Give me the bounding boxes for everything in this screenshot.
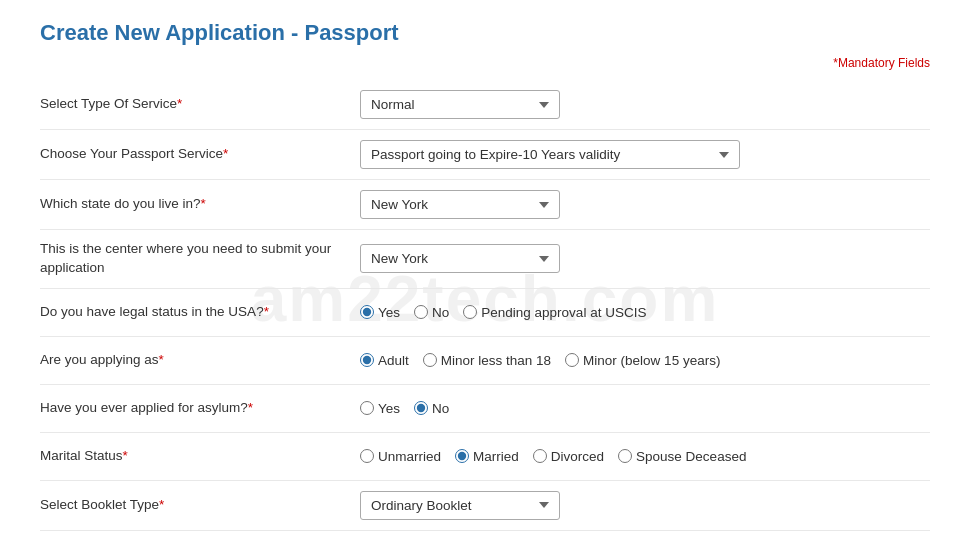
booklet-type-label: Select Booklet Type* [40, 496, 360, 515]
legal-status-label: Do you have legal status in the USA?* [40, 303, 360, 322]
applying-as-minor18[interactable]: Minor less than 18 [423, 353, 551, 368]
service-type-label: Select Type Of Service* [40, 95, 360, 114]
marital-unmarried[interactable]: Unmarried [360, 449, 441, 464]
marital-divorced[interactable]: Divorced [533, 449, 604, 464]
passport-service-control: Passport going to Expire-10 Years validi… [360, 140, 930, 169]
applying-as-minor15[interactable]: Minor (below 15 years) [565, 353, 720, 368]
marital-status-radio-group: Unmarried Married Divorced Spouse Deceas… [360, 449, 746, 464]
center-row: This is the center where you need to sub… [40, 230, 930, 289]
legal-status-yes-radio[interactable] [360, 305, 374, 319]
legal-status-no-radio[interactable] [414, 305, 428, 319]
service-type-row: Select Type Of Service* Normal Tatkal [40, 80, 930, 130]
state-select[interactable]: New York California Texas Florida [360, 190, 560, 219]
marital-divorced-radio[interactable] [533, 449, 547, 463]
legal-status-yes[interactable]: Yes [360, 305, 400, 320]
legal-status-no[interactable]: No [414, 305, 449, 320]
legal-status-row: Do you have legal status in the USA?* Ye… [40, 289, 930, 337]
applying-as-row: Are you applying as* Adult Minor less th… [40, 337, 930, 385]
state-label: Which state do you live in?* [40, 195, 360, 214]
marital-spouse-deceased-radio[interactable] [618, 449, 632, 463]
applying-as-control: Adult Minor less than 18 Minor (below 15… [360, 353, 930, 368]
asylum-yes[interactable]: Yes [360, 401, 400, 416]
booklet-type-control: Ordinary Booklet 36 Page Booklet 60 Page… [360, 491, 930, 520]
state-control: New York California Texas Florida [360, 190, 930, 219]
marital-unmarried-radio[interactable] [360, 449, 374, 463]
service-type-select[interactable]: Normal Tatkal [360, 90, 560, 119]
marital-status-control: Unmarried Married Divorced Spouse Deceas… [360, 449, 930, 464]
asylum-radio-group: Yes No [360, 401, 449, 416]
mandatory-note: *Mandatory Fields [40, 56, 930, 70]
marital-married-radio[interactable] [455, 449, 469, 463]
legal-status-pending-radio[interactable] [463, 305, 477, 319]
legal-status-pending[interactable]: Pending approval at USCIS [463, 305, 646, 320]
applying-as-adult-radio[interactable] [360, 353, 374, 367]
legal-status-control: Yes No Pending approval at USCIS [360, 305, 930, 320]
asylum-row: Have you ever applied for asylum?* Yes N… [40, 385, 930, 433]
booklet-type-select[interactable]: Ordinary Booklet 36 Page Booklet 60 Page… [360, 491, 560, 520]
center-control: New York California Texas Florida [360, 244, 930, 273]
asylum-control: Yes No [360, 401, 930, 416]
page-title: Create New Application - Passport [40, 20, 930, 46]
applying-as-minor15-radio[interactable] [565, 353, 579, 367]
center-select[interactable]: New York California Texas Florida [360, 244, 560, 273]
marital-status-row: Marital Status* Unmarried Married Divorc… [40, 433, 930, 481]
state-row: Which state do you live in?* New York Ca… [40, 180, 930, 230]
passport-service-select[interactable]: Passport going to Expire-10 Years validi… [360, 140, 740, 169]
applying-as-label: Are you applying as* [40, 351, 360, 370]
booklet-type-row: Select Booklet Type* Ordinary Booklet 36… [40, 481, 930, 531]
marital-spouse-deceased[interactable]: Spouse Deceased [618, 449, 746, 464]
marital-status-label: Marital Status* [40, 447, 360, 466]
passport-service-label: Choose Your Passport Service* [40, 145, 360, 164]
legal-status-radio-group: Yes No Pending approval at USCIS [360, 305, 646, 320]
asylum-no-radio[interactable] [414, 401, 428, 415]
asylum-label: Have you ever applied for asylum?* [40, 399, 360, 418]
passport-service-row: Choose Your Passport Service* Passport g… [40, 130, 930, 180]
applying-as-radio-group: Adult Minor less than 18 Minor (below 15… [360, 353, 720, 368]
applying-as-minor18-radio[interactable] [423, 353, 437, 367]
service-type-control: Normal Tatkal [360, 90, 930, 119]
asylum-yes-radio[interactable] [360, 401, 374, 415]
passport-format-row: Passport Format* Handwritten Machine Rea… [40, 531, 930, 543]
center-label: This is the center where you need to sub… [40, 240, 360, 278]
applying-as-adult[interactable]: Adult [360, 353, 409, 368]
asylum-no[interactable]: No [414, 401, 449, 416]
marital-married[interactable]: Married [455, 449, 519, 464]
